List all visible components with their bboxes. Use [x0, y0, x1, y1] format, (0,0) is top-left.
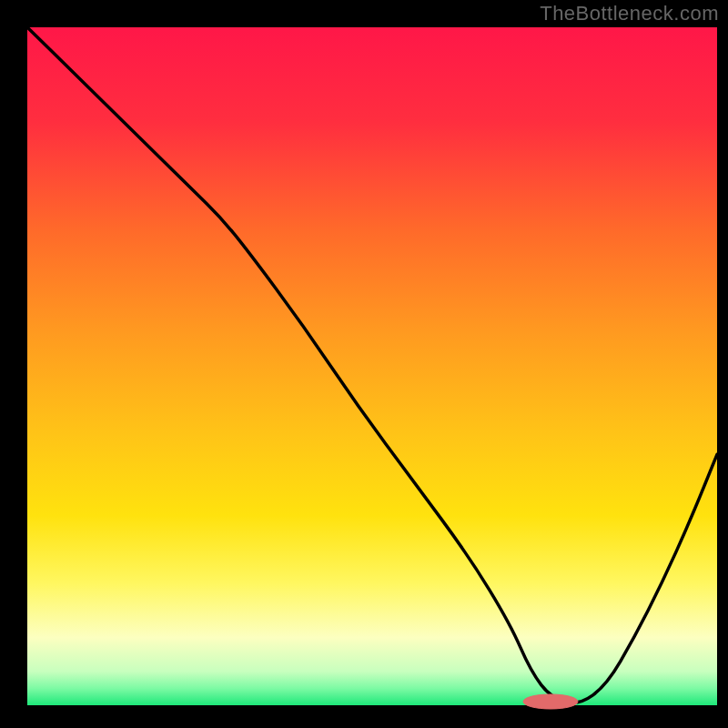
optimum-marker	[523, 694, 578, 709]
bottleneck-plot	[0, 0, 728, 728]
watermark-text: TheBottleneck.com	[540, 2, 719, 25]
